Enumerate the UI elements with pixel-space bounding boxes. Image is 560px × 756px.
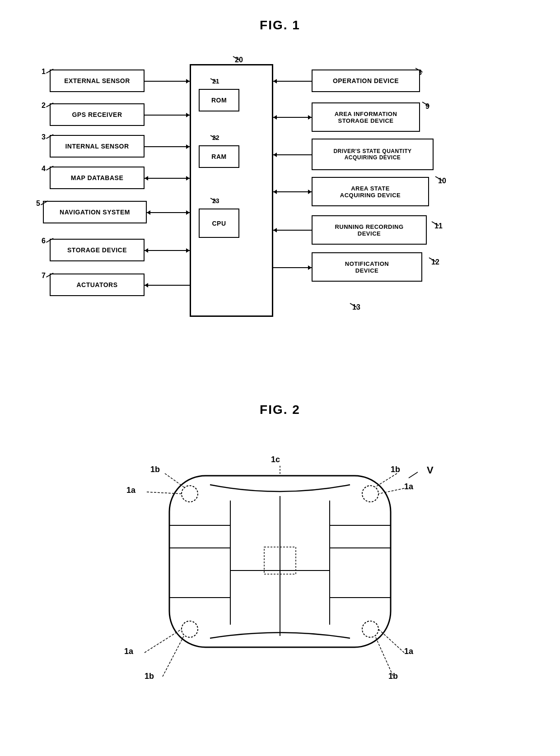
gps-receiver-box: GPS RECEIVER	[50, 103, 145, 126]
svg-line-28	[378, 629, 404, 653]
fig1-diagram: 1 2 3 4 5 6 7 EXTERNAL SENSOR GPS RECEIV…	[0, 37, 560, 389]
svg-text:1c: 1c	[271, 455, 280, 464]
svg-text:1b: 1b	[150, 465, 160, 474]
label-1: 1	[42, 68, 46, 76]
svg-text:1a: 1a	[404, 647, 414, 656]
arrow-storage	[145, 250, 190, 251]
svg-text:1a: 1a	[126, 486, 136, 495]
arrow-area-state	[273, 191, 312, 192]
arrow-map	[145, 178, 190, 179]
actuators-box: ACTUATORS	[50, 274, 145, 296]
svg-line-34	[163, 636, 184, 677]
car-diagram: V 1c 1a 1a 1a 1a 1b 1b 1b 1b	[111, 449, 449, 683]
cpu-box: CPU	[199, 209, 239, 238]
arrow-gps	[145, 115, 190, 116]
notification-device-box: NOTIFICATIONDEVICE	[312, 252, 422, 282]
label-3: 3	[42, 133, 46, 141]
svg-line-36	[375, 636, 393, 676]
label-6: 6	[42, 237, 46, 245]
svg-text:1b: 1b	[388, 672, 398, 681]
operation-device-box: OPERATION DEVICE	[312, 70, 420, 92]
area-state-box: AREA STATEACQUIRING DEVICE	[312, 177, 429, 206]
fig1-title: FIG. 1	[0, 0, 560, 32]
arrow-internal	[145, 146, 190, 147]
arrow-running	[273, 230, 312, 231]
ram-box: RAM	[199, 145, 239, 168]
arrow-actuators	[145, 285, 190, 286]
label-7: 7	[42, 272, 46, 280]
drivers-state-box: DRIVER'S STATE QUANTITYACQUIRING DEVICE	[312, 139, 434, 170]
svg-text:1b: 1b	[391, 465, 400, 474]
svg-line-32	[375, 473, 397, 487]
arrow-drivers	[273, 154, 312, 155]
svg-text:V: V	[427, 464, 434, 476]
arrow-nav	[147, 212, 190, 213]
arrow-operation	[273, 81, 312, 82]
label-2: 2	[42, 102, 46, 110]
svg-point-14	[362, 621, 378, 637]
map-database-box: MAP DATABASE	[50, 167, 145, 189]
svg-text:1a: 1a	[404, 482, 414, 491]
rom-box: ROM	[199, 89, 239, 111]
internal-sensor-box: INTERNAL SENSOR	[50, 135, 145, 158]
label-5: 5	[36, 199, 40, 208]
svg-line-30	[165, 473, 184, 487]
arrow-area-info	[273, 117, 312, 118]
svg-point-13	[182, 621, 198, 637]
area-info-storage-box: AREA INFORMATIONSTORAGE DEVICE	[312, 102, 420, 132]
fig2-diagram: V 1c 1a 1a 1a 1a 1b 1b 1b 1b	[0, 422, 560, 692]
storage-device-box: STORAGE DEVICE	[50, 239, 145, 261]
svg-line-22	[147, 492, 182, 494]
label-4: 4	[42, 165, 46, 173]
svg-point-12	[362, 486, 378, 502]
svg-line-18	[409, 472, 418, 478]
external-sensor-box: EXTERNAL SENSOR	[50, 70, 145, 92]
arrow-external-sensor	[145, 81, 190, 82]
fig2-title: FIG. 2	[0, 403, 560, 417]
svg-point-11	[182, 486, 198, 502]
arrow-notification	[273, 267, 312, 268]
running-recording-box: RUNNING RECORDINGDEVICE	[312, 215, 427, 245]
svg-text:1b: 1b	[145, 672, 154, 681]
svg-text:1a: 1a	[124, 647, 134, 656]
svg-line-26	[145, 629, 182, 653]
navigation-system-box: NAVIGATION SYSTEM	[43, 201, 147, 223]
